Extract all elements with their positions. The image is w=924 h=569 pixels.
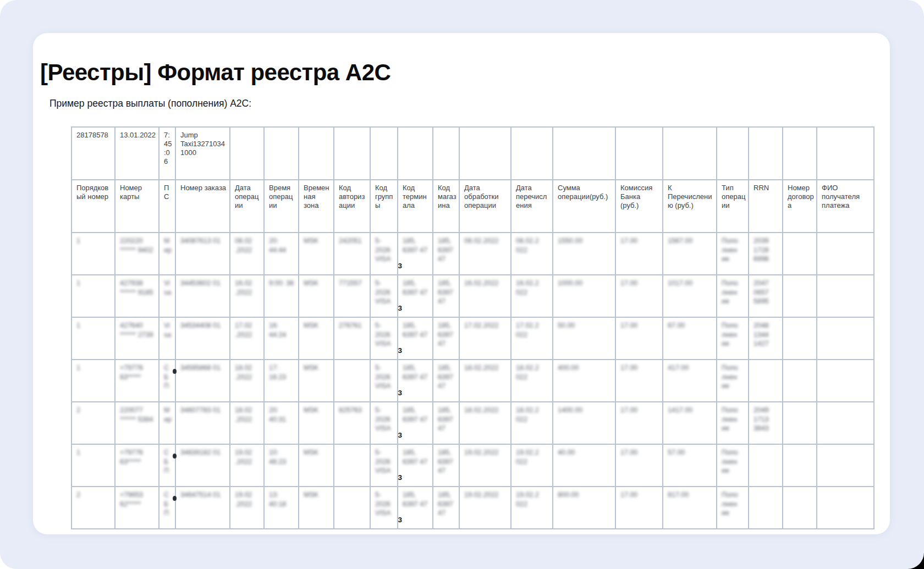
data-cell-group-code: 5- 2026 VISA3	[370, 233, 398, 275]
data-cell-shop-code: 185, 6397 47	[433, 444, 459, 487]
table-row: 2220077 ****** 5384Мир34607783 0118.02 .…	[72, 402, 874, 444]
data-cell-processing-date: 17.02.2022	[459, 317, 511, 360]
data-cell-amount: 800.00	[553, 487, 615, 529]
redacted-text: 5- 2026 VISA	[375, 490, 395, 518]
redacted-text: 17.02.2 022	[516, 321, 550, 339]
data-cell-transfer-date: 17.02.2 022	[511, 317, 553, 360]
redacted-text: 185, 6397 47	[403, 279, 430, 297]
preamble-cell-amount	[553, 127, 615, 180]
data-cell-bank-fee: 17.00	[615, 487, 663, 529]
data-cell-recipient-name	[817, 275, 874, 317]
redacted-text: СБП	[164, 363, 173, 391]
redacted-text: +79776 63*****	[120, 448, 156, 466]
data-cell-order-number: 34639182 01	[175, 444, 230, 487]
table-row: 1427938 ****** 9185Vi sa34453602 0116.02…	[72, 275, 874, 317]
redacted-text: 17.00	[620, 321, 660, 330]
redacted-text: 185, 6397 47	[403, 406, 430, 424]
content-card: [Реестры] Формат реестра A2C Пример реес…	[33, 33, 890, 534]
data-cell-rrn	[749, 444, 783, 487]
data-cell-contract-number	[783, 444, 817, 487]
data-cell-processing-date: 08.02.2022	[459, 233, 511, 275]
data-cell-amount: 1550.00	[553, 233, 615, 275]
data-cell-amount: 1400.00	[553, 402, 615, 444]
data-cell-bank-fee: 17.00	[615, 233, 663, 275]
data-cell-terminal-code: 185, 6397 47	[398, 275, 433, 317]
redacted-text: 17.00	[620, 490, 660, 500]
data-cell-bank-fee: 17.00	[615, 360, 663, 402]
preamble-cell-contract-number	[783, 127, 817, 180]
data-cell-transfer-date: 18.02.2 022	[511, 402, 553, 444]
header-cell-payout-amount: К Перечислению (руб.)	[663, 180, 717, 233]
preamble-cell-operation-time	[264, 127, 299, 180]
redacted-text: 220077 ****** 5384	[120, 406, 156, 424]
redacted-text: 50.00	[558, 321, 613, 330]
data-cell-auth-code: 825763	[334, 402, 370, 444]
redacted-text: 2047 0657 5895	[754, 279, 780, 306]
redacted-text: Мир	[164, 236, 173, 255]
redacted-text: 185, 6397 47	[438, 363, 457, 391]
sbp-marker-dot	[173, 454, 177, 458]
redacted-text: 427640 ****** 2739	[120, 321, 156, 339]
data-cell-auth-code: 771557	[334, 275, 370, 317]
redacted-text: MSK	[304, 236, 331, 246]
preamble-cell-timezone	[299, 127, 334, 180]
redacted-text: 19.02 .2022	[235, 490, 261, 509]
data-cell-order-number: 34087613 01	[175, 233, 230, 275]
redacted-text: 1400.00	[558, 406, 613, 415]
redacted-text: MSK	[304, 448, 331, 457]
page-title: [Реестры] Формат реестра A2C	[40, 59, 391, 86]
data-cell-seq: 1	[72, 233, 115, 275]
preamble-cell-bank-fee	[615, 127, 663, 180]
data-cell-contract-number	[783, 275, 817, 317]
redacted-text: 13: 40:18	[269, 490, 296, 509]
data-cell-card-number: 220220 ****** 9402	[115, 233, 159, 275]
data-cell-payment-system: Vi sa	[159, 275, 175, 317]
data-cell-order-number: 34453602 01	[175, 275, 230, 317]
data-cell-recipient-name	[817, 233, 874, 275]
redacted-text: 18.02 .2022	[235, 406, 261, 424]
preamble-cell-operation-date	[230, 127, 264, 180]
redacted-text: 185, 6397 47	[438, 279, 457, 306]
data-cell-terminal-code: 185, 6397 47	[398, 360, 433, 402]
data-cell-seq: 2	[72, 402, 115, 444]
table-row: 2+79653 62*****СБП34647514 0119.02 .2022…	[72, 487, 874, 529]
redacted-text: СБП	[164, 490, 173, 518]
redacted-text: 17.00	[620, 448, 660, 457]
data-cell-payment-system: Мир	[159, 233, 175, 275]
data-cell-card-number: +79653 62*****	[115, 487, 159, 529]
preamble-cell-shop-code	[433, 127, 459, 180]
group-code-suffix: 3	[398, 262, 402, 271]
redacted-text: 19.02.2 022	[516, 448, 550, 466]
header-cell-auth-code: Код авторизации	[334, 180, 370, 233]
table-row: 1220220 ****** 9402Мир34087613 0108.02 .…	[72, 233, 874, 275]
preamble-cell-payment-system: 7:45:06	[159, 127, 175, 180]
redacted-text: 1417.00	[668, 406, 714, 415]
data-cell-operation-time: 17: 16:23	[264, 360, 299, 402]
data-cell-bank-fee: 17.00	[615, 275, 663, 317]
redacted-text: 08.02 .2022	[235, 236, 261, 255]
redacted-text: +79776 63*****	[120, 363, 156, 382]
group-code-suffix: 3	[398, 304, 402, 313]
redacted-text: 40.00	[558, 448, 613, 457]
table-row: 1+79776 63*****СБП34595868 0118.02 .2022…	[72, 360, 874, 402]
data-cell-group-code: 5- 2026 VISA3	[370, 360, 398, 402]
header-cell-contract-number: Номер договора	[783, 180, 817, 233]
redacted-text: 08.02.2 022	[516, 236, 550, 255]
data-cell-amount: 1000.00	[553, 275, 615, 317]
header-cell-operation-type: Тип операции	[717, 180, 749, 233]
registry-table: 2817857813.01.20227:45:06Jump Taxi132710…	[71, 126, 875, 529]
data-cell-recipient-name	[817, 360, 874, 402]
preamble-cell-processing-date	[459, 127, 511, 180]
data-cell-processing-date: 18.02.2022	[459, 402, 511, 444]
redacted-text: 185, 6397 47	[403, 321, 430, 339]
data-cell-timezone: MSK	[299, 275, 334, 317]
data-cell-terminal-code: 185, 6397 47	[398, 233, 433, 275]
data-cell-payment-system: СБП	[159, 360, 175, 402]
data-cell-timezone: MSK	[299, 444, 334, 487]
redacted-text: 16.02.2 022	[516, 279, 550, 297]
redacted-text: 19.02.2022	[464, 490, 508, 500]
redacted-text: MSK	[304, 363, 331, 373]
redacted-text: 817.00	[668, 490, 714, 500]
data-cell-auth-code	[334, 360, 370, 402]
header-cell-terminal-code: Код терминала	[398, 180, 433, 233]
